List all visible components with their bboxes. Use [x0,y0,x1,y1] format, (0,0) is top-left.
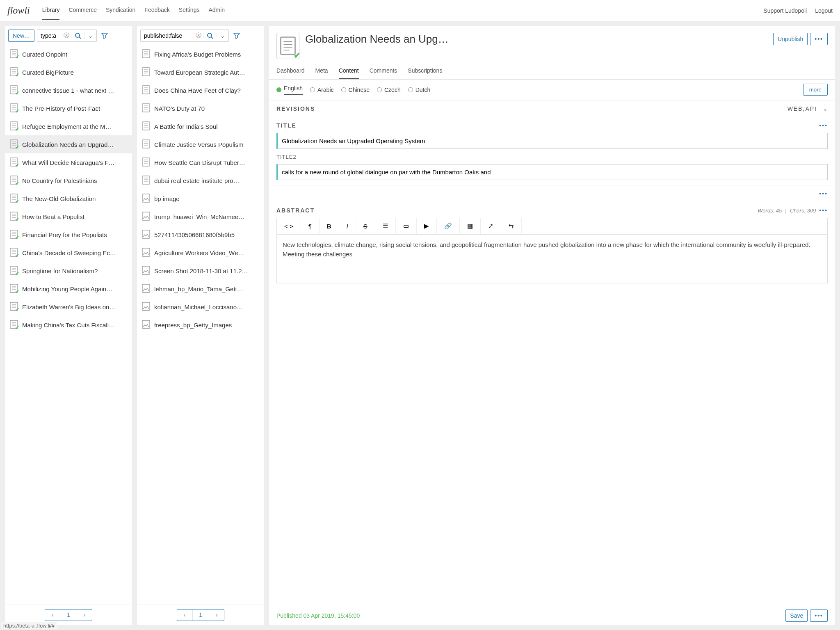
tab-meta[interactable]: Meta [315,63,328,79]
rt-strike-icon[interactable]: S [356,218,375,234]
nav-settings[interactable]: Settings [179,1,200,20]
search-icon-2[interactable] [203,32,217,39]
list-item[interactable]: ✔China's Decade of Sweeping Ec… [5,244,132,262]
list-item[interactable]: ✔Making China's Tax Cuts Fiscall… [5,316,132,334]
lang-czech[interactable]: Czech [377,87,401,93]
list-item[interactable]: ✔Refugee Employment at the M… [5,117,132,135]
list-item[interactable]: Toward European Strategic Aut… [137,63,264,81]
rt-list-icon[interactable]: ☰ [375,218,396,234]
tab-content[interactable]: Content [339,63,359,79]
list-item[interactable]: Fixing Africa's Budget Problems [137,45,264,63]
new-button[interactable]: New… [8,30,34,42]
lang-chinese[interactable]: Chinese [341,87,370,93]
rt-bold-icon[interactable]: B [320,218,339,234]
list-item[interactable]: Climate Justice Versus Populism [137,135,264,153]
pager-2-prev[interactable]: ‹ [177,609,192,621]
filter-input-1[interactable] [37,30,62,41]
list-item[interactable]: A Battle for India's Soul [137,117,264,135]
list-item[interactable]: ✔Financial Prey for the Populists [5,226,132,244]
detail-more-icon[interactable]: ••• [810,33,828,45]
list-item[interactable]: lehman_bp_Mario_Tama_Gett… [137,280,264,298]
list-item[interactable]: kofiannan_Michael_Loccisano… [137,298,264,316]
rt-swap-icon[interactable]: ⇆ [501,218,522,234]
spacer-more-icon[interactable]: ••• [816,190,828,197]
list-item[interactable]: Screen Shot 2018-11-30 at 11.2… [137,262,264,280]
title-input[interactable] [276,133,828,149]
title2-input[interactable] [276,164,828,180]
list-item[interactable]: ✔Springtime for Nationalism? [5,262,132,280]
pager-2-page[interactable]: 1 [192,609,209,621]
document-icon [142,121,150,131]
document-icon: ✔ [10,302,18,312]
rt-paragraph-icon[interactable]: ¶ [301,218,320,234]
rt-code-icon[interactable]: < > [277,218,301,234]
nav-support-ludopoli[interactable]: Support Ludopoli [763,7,807,14]
list-item-label: 527411430506681680f5b9b5 [154,231,235,238]
rt-link-icon[interactable]: 🔗 [437,218,460,234]
list-item[interactable]: freepress_bp_Getty_Images [137,316,264,334]
list-item[interactable]: NATO's Duty at 70 [137,99,264,117]
funnel-icon-2[interactable] [231,30,242,41]
list-item[interactable]: ✔The Pre-History of Post-Fact [5,99,132,117]
rt-video-icon[interactable]: ▶ [417,218,437,234]
list-item[interactable]: 527411430506681680f5b9b5 [137,226,264,244]
footer-more-icon[interactable]: ••• [810,609,828,622]
list-item[interactable]: ✔Elizabeth Warren's Big Ideas on… [5,298,132,316]
list-item[interactable]: ✔Curated BigPicture [5,63,132,81]
rt-table-icon[interactable]: ▦ [460,218,481,234]
list-item[interactable]: How Seattle Can Disrupt Tuber… [137,153,264,171]
title-more-icon[interactable]: ••• [816,122,828,129]
list-item[interactable]: Does China Have Feet of Clay? [137,81,264,99]
rt-expand-icon[interactable]: ⤢ [481,218,501,234]
nav-logout[interactable]: Logout [815,7,833,14]
document-icon: ✔ [10,103,18,113]
list-item[interactable]: ✔Mobilizing Young People Again… [5,280,132,298]
tab-comments[interactable]: Comments [370,63,397,79]
list-item[interactable]: dubai real estate institute pro… [137,171,264,189]
nav-library[interactable]: Library [42,1,60,20]
rt-italic-icon[interactable]: I [339,218,356,234]
pager-2-next[interactable]: › [209,609,224,621]
list-item[interactable]: Agriculture Workers Video_We… [137,244,264,262]
chevron-down-icon-1[interactable]: ⌄ [84,32,96,39]
nav-syndication[interactable]: Syndication [106,1,135,20]
unpublish-button[interactable]: Unpublish [773,33,808,45]
image-icon [142,266,150,276]
list-item[interactable]: ✔The New-Old Globalization [5,189,132,208]
list-item[interactable]: ✔No Country for Palestinians [5,171,132,189]
list-item[interactable]: trump_huawei_Win_McNamee… [137,208,264,226]
revisions-chevron-icon[interactable]: ⌄ [823,105,828,112]
document-icon [142,176,150,185]
list-item[interactable]: ✔connective tissue 1 - what next … [5,81,132,99]
nav-admin[interactable]: Admin [208,1,225,20]
pager-1-next[interactable]: › [77,609,92,621]
chevron-down-icon-2[interactable]: ⌄ [217,32,228,39]
lang-more-button[interactable]: more [803,84,828,96]
abstract-body[interactable]: New technologies, climate change, rising… [276,234,828,283]
clear-filter-1-icon[interactable]: ⓧ [62,32,71,39]
nav-commerce[interactable]: Commerce [68,1,96,20]
filter-input-2-wrap: ⓧ ⌄ [140,30,229,42]
list-item[interactable]: ✔How to Beat a Populist [5,208,132,226]
nav-feedback[interactable]: Feedback [144,1,169,20]
list-item[interactable]: ✔What Will Decide Nicaragua's F… [5,153,132,171]
rt-image-icon[interactable]: ▭ [396,218,417,234]
lang-english[interactable]: English [276,85,303,95]
search-icon-1[interactable] [71,32,84,39]
check-icon: ✔ [15,289,19,294]
tab-subscriptions[interactable]: Subscriptions [408,63,442,79]
list-item[interactable]: ✔Globalization Needs an Upgrad… [5,135,132,153]
funnel-icon-1[interactable] [99,30,110,41]
pager-1-page[interactable]: 1 [60,609,77,621]
filter-input-2[interactable] [141,30,194,41]
lang-arabic[interactable]: Arabic [310,87,334,93]
abstract-more-icon[interactable]: ••• [816,207,828,214]
pager-1-prev[interactable]: ‹ [45,609,60,621]
list-item[interactable]: bp image [137,189,264,208]
list-item[interactable]: ✔Curated Onpoint [5,45,132,63]
tab-dashboard[interactable]: Dashboard [276,63,305,79]
save-button[interactable]: Save [785,609,808,622]
revisions-channels: WEB,API [788,105,817,112]
clear-filter-2-icon[interactable]: ⓧ [194,32,203,39]
lang-dutch[interactable]: Dutch [408,87,431,93]
